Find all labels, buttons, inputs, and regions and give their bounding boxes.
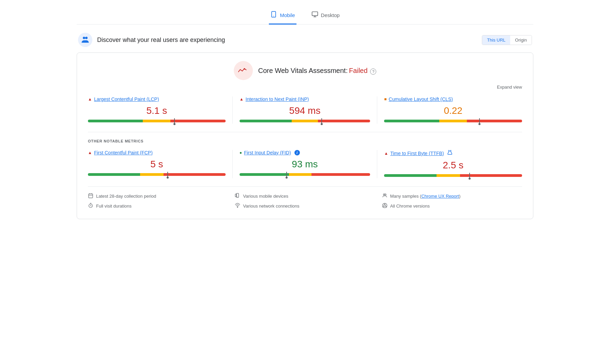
cls-indicator: ■	[384, 97, 386, 102]
fcp-value: 5 s	[88, 159, 226, 170]
fcp-indicator: ▲	[88, 150, 92, 155]
fid-label-row: ● First Input Delay (FID) i	[240, 150, 370, 155]
inp-marker	[321, 118, 322, 124]
cwv-icon	[234, 61, 253, 80]
footer-item-samples: Many samples (Chrome UX Report)	[382, 193, 522, 199]
inp-bar-green	[240, 120, 292, 122]
core-metrics-grid: ▲ Largest Contentful Paint (LCP) 5.1 s ▲…	[88, 96, 522, 124]
other-metrics-grid: ▲ First Contentful Paint (FCP) 5 s ● Fir…	[88, 150, 522, 178]
footer-item-collection: Latest 28-day collection period	[88, 193, 228, 199]
fcp-name[interactable]: First Contentful Paint (FCP)	[94, 150, 153, 155]
lcp-bar	[88, 120, 226, 122]
lcp-bar-green	[88, 120, 143, 122]
header-title: Discover what your real users are experi…	[97, 36, 225, 44]
mobile-icon	[270, 11, 277, 19]
inp-label-row: ▲ Interaction to Next Paint (INP)	[240, 96, 370, 102]
main-card: Core Web Vitals Assessment: Failed ? Exp…	[77, 52, 533, 219]
fid-info-icon[interactable]: i	[294, 150, 300, 155]
cls-name[interactable]: Cumulative Layout Shift (CLS)	[389, 96, 453, 102]
ttfb-name[interactable]: Time to First Byte (TTFB)	[390, 151, 444, 156]
inp-indicator: ▲	[240, 97, 244, 102]
metric-cls: ■ Cumulative Layout Shift (CLS) 0.22	[377, 96, 522, 124]
cwv-status: Failed	[349, 67, 367, 74]
lcp-label-row: ▲ Largest Contentful Paint (LCP)	[88, 96, 226, 102]
crux-link[interactable]: Chrome UX Report	[421, 194, 459, 199]
lcp-marker	[174, 118, 175, 124]
cls-bar-orange	[439, 120, 467, 122]
footer-section: Latest 28-day collection period Various …	[88, 186, 522, 209]
chrome-icon	[382, 203, 387, 209]
url-origin-toggle: This URL Origin	[482, 35, 532, 45]
section-divider	[88, 132, 522, 132]
footer-item-durations: Full visit durations	[88, 203, 228, 209]
fid-name[interactable]: First Input Delay (FID)	[244, 150, 291, 155]
fcp-bar-green	[88, 173, 140, 176]
lcp-value: 5.1 s	[88, 105, 226, 116]
ttfb-bar-orange	[437, 174, 460, 177]
metric-ttfb: ▲ Time to First Byte (TTFB) 2.5 s	[377, 150, 522, 178]
ttfb-bar	[384, 174, 522, 177]
footer-item-chrome: All Chrome versions	[382, 203, 522, 209]
calendar-icon	[88, 193, 93, 199]
ttfb-label-row: ▲ Time to First Byte (TTFB)	[384, 150, 522, 156]
mobile-devices-icon	[235, 193, 240, 199]
tab-mobile-label: Mobile	[280, 12, 295, 18]
samples-icon	[382, 193, 387, 199]
footer-devices-text: Various mobile devices	[243, 194, 288, 199]
header-left: Discover what your real users are experi…	[78, 33, 225, 47]
desktop-icon	[311, 11, 318, 19]
expand-link[interactable]: Expand view	[497, 85, 522, 90]
inp-bar-red	[318, 120, 370, 122]
footer-samples-text: Many samples (Chrome UX Report)	[390, 194, 461, 199]
ttfb-indicator: ▲	[384, 151, 388, 156]
footer-grid: Latest 28-day collection period Various …	[88, 193, 522, 209]
cwv-header: Core Web Vitals Assessment: Failed ?	[88, 61, 522, 80]
svg-point-5	[83, 37, 85, 39]
cls-label-row: ■ Cumulative Layout Shift (CLS)	[384, 96, 522, 102]
footer-chrome-text: All Chrome versions	[390, 203, 430, 209]
cls-bar	[384, 120, 522, 122]
svg-rect-15	[235, 194, 237, 197]
fid-indicator: ●	[240, 150, 242, 155]
svg-point-22	[237, 207, 238, 208]
this-url-button[interactable]: This URL	[482, 35, 510, 45]
cwv-help-icon[interactable]: ?	[370, 69, 376, 75]
cls-value: 0.22	[384, 105, 522, 116]
other-metrics-label: OTHER NOTABLE METRICS	[88, 139, 522, 143]
footer-network-text: Various network connections	[243, 203, 299, 209]
cls-marker	[479, 118, 480, 124]
inp-name[interactable]: Interaction to Next Paint (INP)	[246, 96, 309, 102]
svg-line-20	[91, 206, 91, 206]
fid-bar-red	[311, 173, 370, 176]
metric-lcp: ▲ Largest Contentful Paint (LCP) 5.1 s	[88, 96, 233, 124]
tab-mobile[interactable]: Mobile	[269, 7, 296, 25]
cls-bar-green	[384, 120, 439, 122]
lcp-name[interactable]: Largest Contentful Paint (LCP)	[94, 96, 159, 102]
origin-button[interactable]: Origin	[510, 35, 532, 45]
metric-fid: ● First Input Delay (FID) i 93 ms	[233, 150, 378, 178]
cls-bar-red	[467, 120, 522, 122]
metric-fcp: ▲ First Contentful Paint (FCP) 5 s	[88, 150, 233, 178]
lcp-indicator: ▲	[88, 97, 92, 102]
fcp-bar-orange	[140, 173, 164, 176]
footer-item-devices: Various mobile devices	[235, 193, 375, 199]
svg-point-6	[85, 37, 88, 39]
svg-rect-2	[312, 12, 318, 16]
beaker-icon	[447, 150, 452, 156]
cwv-title-container: Core Web Vitals Assessment: Failed ?	[258, 67, 377, 75]
fid-bar-orange	[289, 173, 311, 176]
svg-point-24	[384, 204, 385, 206]
tab-desktop[interactable]: Desktop	[310, 7, 341, 25]
cwv-title: Core Web Vitals Assessment:	[258, 67, 348, 74]
tab-desktop-label: Desktop	[321, 12, 340, 18]
header-row: Discover what your real users are experi…	[77, 33, 533, 47]
timer-icon	[88, 203, 93, 209]
footer-item-network: Various network connections	[235, 203, 375, 209]
footer-collection-text: Latest 28-day collection period	[96, 194, 156, 199]
fcp-bar	[88, 173, 226, 176]
header-avatar	[78, 33, 92, 47]
inp-bar-orange	[292, 120, 318, 122]
expand-row: Expand view	[88, 84, 522, 90]
svg-point-17	[385, 194, 386, 195]
fcp-bar-red	[164, 173, 226, 176]
